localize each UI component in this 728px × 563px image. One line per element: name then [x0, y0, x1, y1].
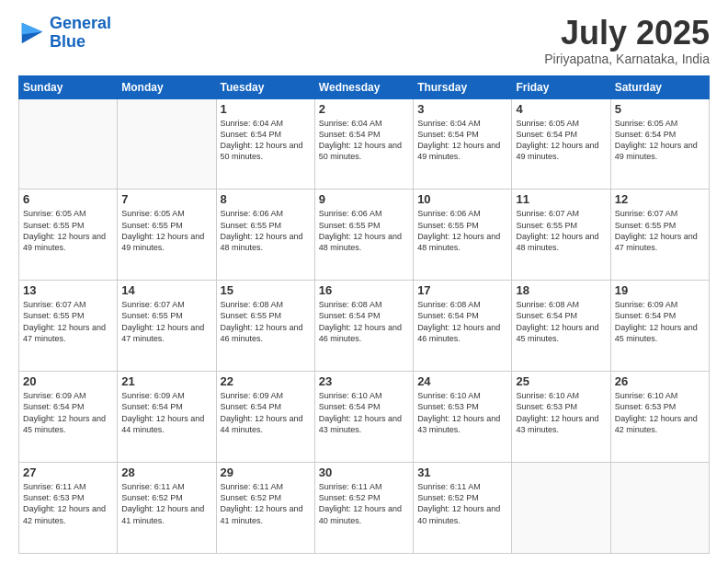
calendar-cell: 30Sunrise: 6:11 AM Sunset: 6:52 PM Dayli…: [314, 463, 413, 554]
calendar-week-row: 6Sunrise: 6:05 AM Sunset: 6:55 PM Daylig…: [19, 190, 710, 281]
day-info: Sunrise: 6:11 AM Sunset: 6:52 PM Dayligh…: [417, 481, 507, 526]
day-number: 26: [615, 374, 705, 388]
calendar-cell: 6Sunrise: 6:05 AM Sunset: 6:55 PM Daylig…: [19, 190, 118, 281]
day-info: Sunrise: 6:06 AM Sunset: 6:55 PM Dayligh…: [417, 208, 507, 253]
day-number: 25: [516, 374, 606, 388]
calendar-cell: 22Sunrise: 6:09 AM Sunset: 6:54 PM Dayli…: [216, 372, 314, 463]
day-info: Sunrise: 6:09 AM Sunset: 6:54 PM Dayligh…: [23, 390, 113, 435]
day-info: Sunrise: 6:11 AM Sunset: 6:52 PM Dayligh…: [221, 481, 311, 526]
day-number: 1: [221, 102, 311, 116]
calendar-cell: 9Sunrise: 6:06 AM Sunset: 6:55 PM Daylig…: [314, 190, 413, 281]
day-info: Sunrise: 6:05 AM Sunset: 6:55 PM Dayligh…: [121, 208, 211, 253]
day-info: Sunrise: 6:06 AM Sunset: 6:55 PM Dayligh…: [319, 208, 409, 253]
calendar-cell: 23Sunrise: 6:10 AM Sunset: 6:54 PM Dayli…: [314, 372, 413, 463]
calendar-cell: 24Sunrise: 6:10 AM Sunset: 6:53 PM Dayli…: [414, 372, 512, 463]
day-info: Sunrise: 6:11 AM Sunset: 6:53 PM Dayligh…: [23, 481, 113, 526]
day-number: 22: [221, 374, 311, 388]
day-number: 30: [319, 465, 409, 479]
calendar-week-row: 20Sunrise: 6:09 AM Sunset: 6:54 PM Dayli…: [19, 372, 710, 463]
calendar-cell: 1Sunrise: 6:04 AM Sunset: 6:54 PM Daylig…: [216, 98, 314, 190]
month-title: July 2025: [544, 15, 710, 52]
calendar-cell: 12Sunrise: 6:07 AM Sunset: 6:55 PM Dayli…: [610, 190, 709, 281]
calendar-cell: 14Sunrise: 6:07 AM Sunset: 6:55 PM Dayli…: [118, 281, 216, 372]
day-info: Sunrise: 6:05 AM Sunset: 6:54 PM Dayligh…: [516, 118, 606, 163]
day-info: Sunrise: 6:07 AM Sunset: 6:55 PM Dayligh…: [121, 299, 211, 344]
weekday-header-thursday: Thursday: [414, 75, 512, 98]
day-number: 17: [417, 283, 507, 297]
calendar-cell: 10Sunrise: 6:06 AM Sunset: 6:55 PM Dayli…: [414, 190, 512, 281]
calendar-cell: 29Sunrise: 6:11 AM Sunset: 6:52 PM Dayli…: [216, 463, 314, 554]
day-info: Sunrise: 6:08 AM Sunset: 6:54 PM Dayligh…: [417, 299, 507, 344]
day-number: 4: [516, 102, 606, 116]
day-number: 2: [319, 102, 409, 116]
day-info: Sunrise: 6:11 AM Sunset: 6:52 PM Dayligh…: [319, 481, 409, 526]
day-info: Sunrise: 6:10 AM Sunset: 6:54 PM Dayligh…: [319, 390, 409, 435]
day-number: 19: [615, 283, 705, 297]
calendar-cell: 20Sunrise: 6:09 AM Sunset: 6:54 PM Dayli…: [19, 372, 118, 463]
calendar-cell: [610, 463, 709, 554]
weekday-header-monday: Monday: [118, 75, 216, 98]
day-number: 5: [615, 102, 705, 116]
day-number: 11: [516, 192, 606, 206]
calendar-cell: 16Sunrise: 6:08 AM Sunset: 6:54 PM Dayli…: [314, 281, 413, 372]
day-info: Sunrise: 6:09 AM Sunset: 6:54 PM Dayligh…: [221, 390, 311, 435]
calendar-cell: 11Sunrise: 6:07 AM Sunset: 6:55 PM Dayli…: [512, 190, 610, 281]
calendar-cell: 8Sunrise: 6:06 AM Sunset: 6:55 PM Daylig…: [216, 190, 314, 281]
weekday-header-sunday: Sunday: [19, 75, 118, 98]
day-number: 23: [319, 374, 409, 388]
day-info: Sunrise: 6:07 AM Sunset: 6:55 PM Dayligh…: [23, 299, 113, 344]
day-number: 24: [417, 374, 507, 388]
calendar-cell: 15Sunrise: 6:08 AM Sunset: 6:55 PM Dayli…: [216, 281, 314, 372]
calendar-cell: 19Sunrise: 6:09 AM Sunset: 6:54 PM Dayli…: [610, 281, 709, 372]
day-info: Sunrise: 6:08 AM Sunset: 6:55 PM Dayligh…: [221, 299, 311, 344]
header: General Blue July 2025 Piriyapatna, Karn…: [18, 15, 710, 66]
day-info: Sunrise: 6:08 AM Sunset: 6:54 PM Dayligh…: [516, 299, 606, 344]
day-number: 12: [615, 192, 705, 206]
day-number: 15: [221, 283, 311, 297]
weekday-header-row: SundayMondayTuesdayWednesdayThursdayFrid…: [19, 75, 710, 98]
calendar-cell: 3Sunrise: 6:04 AM Sunset: 6:54 PM Daylig…: [414, 98, 512, 190]
calendar-cell: 17Sunrise: 6:08 AM Sunset: 6:54 PM Dayli…: [414, 281, 512, 372]
day-info: Sunrise: 6:04 AM Sunset: 6:54 PM Dayligh…: [319, 118, 409, 163]
day-info: Sunrise: 6:05 AM Sunset: 6:54 PM Dayligh…: [615, 118, 705, 163]
day-number: 7: [121, 192, 211, 206]
day-number: 14: [121, 283, 211, 297]
calendar-cell: [512, 463, 610, 554]
calendar-cell: 25Sunrise: 6:10 AM Sunset: 6:53 PM Dayli…: [512, 372, 610, 463]
logo-icon: [18, 19, 46, 47]
page: General Blue July 2025 Piriyapatna, Karn…: [0, 0, 728, 563]
day-info: Sunrise: 6:09 AM Sunset: 6:54 PM Dayligh…: [615, 299, 705, 344]
day-info: Sunrise: 6:05 AM Sunset: 6:55 PM Dayligh…: [23, 208, 113, 253]
calendar-cell: 4Sunrise: 6:05 AM Sunset: 6:54 PM Daylig…: [512, 98, 610, 190]
day-number: 13: [23, 283, 113, 297]
day-number: 6: [23, 192, 113, 206]
calendar-cell: 21Sunrise: 6:09 AM Sunset: 6:54 PM Dayli…: [118, 372, 216, 463]
day-info: Sunrise: 6:07 AM Sunset: 6:55 PM Dayligh…: [516, 208, 606, 253]
calendar-week-row: 13Sunrise: 6:07 AM Sunset: 6:55 PM Dayli…: [19, 281, 710, 372]
day-number: 21: [121, 374, 211, 388]
calendar-week-row: 27Sunrise: 6:11 AM Sunset: 6:53 PM Dayli…: [19, 463, 710, 554]
calendar-cell: 2Sunrise: 6:04 AM Sunset: 6:54 PM Daylig…: [314, 98, 413, 190]
day-info: Sunrise: 6:07 AM Sunset: 6:55 PM Dayligh…: [615, 208, 705, 253]
day-info: Sunrise: 6:10 AM Sunset: 6:53 PM Dayligh…: [615, 390, 705, 435]
day-info: Sunrise: 6:08 AM Sunset: 6:54 PM Dayligh…: [319, 299, 409, 344]
calendar-cell: 28Sunrise: 6:11 AM Sunset: 6:52 PM Dayli…: [118, 463, 216, 554]
day-number: 8: [221, 192, 311, 206]
calendar: SundayMondayTuesdayWednesdayThursdayFrid…: [18, 75, 710, 554]
day-number: 31: [417, 465, 507, 479]
logo: General Blue: [18, 15, 111, 52]
day-number: 10: [417, 192, 507, 206]
title-block: July 2025 Piriyapatna, Karnataka, India: [544, 15, 710, 66]
calendar-cell: 27Sunrise: 6:11 AM Sunset: 6:53 PM Dayli…: [19, 463, 118, 554]
day-info: Sunrise: 6:11 AM Sunset: 6:52 PM Dayligh…: [121, 481, 211, 526]
logo-general: General: [50, 14, 111, 32]
weekday-header-wednesday: Wednesday: [314, 75, 413, 98]
calendar-cell: 26Sunrise: 6:10 AM Sunset: 6:53 PM Dayli…: [610, 372, 709, 463]
location: Piriyapatna, Karnataka, India: [544, 52, 710, 66]
weekday-header-tuesday: Tuesday: [216, 75, 314, 98]
logo-blue: Blue: [50, 33, 111, 52]
day-info: Sunrise: 6:10 AM Sunset: 6:53 PM Dayligh…: [516, 390, 606, 435]
day-info: Sunrise: 6:04 AM Sunset: 6:54 PM Dayligh…: [417, 118, 507, 163]
calendar-cell: [118, 98, 216, 190]
calendar-cell: [19, 98, 118, 190]
